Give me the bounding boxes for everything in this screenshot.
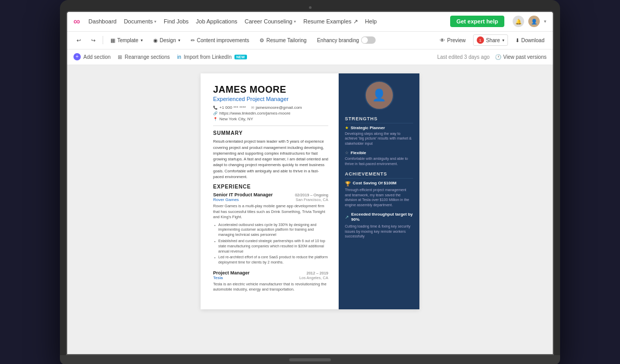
- job-location-1: San Francisco, CA: [295, 197, 328, 202]
- design-icon: ◉: [153, 37, 158, 43]
- preview-button[interactable]: 👁 Preview: [437, 36, 469, 45]
- content-improvements-button[interactable]: ✏ Content improvements: [187, 35, 254, 45]
- template-button[interactable]: ▦ Template ▾: [106, 35, 147, 45]
- job-bullets-1: Accelerated outbound sales cycle by 330%…: [213, 222, 328, 265]
- eye-icon: 👁: [440, 37, 445, 43]
- laptop-frame: ∞ Dashboard Documents ▾ Find Jobs Job Ap…: [60, 0, 560, 364]
- separator: [103, 36, 103, 44]
- strength-name-2: Flexible: [351, 150, 366, 155]
- toggle-knob: [362, 37, 368, 43]
- company-name-2: Tesla: [213, 275, 223, 280]
- share-button[interactable]: 1 Share ▾: [473, 34, 508, 46]
- achievement-name-1: Cost Saving Of $100M: [353, 181, 396, 186]
- bullet-item: Led re-architect effort of a core SaaS p…: [213, 255, 328, 265]
- job-company-line-1: Rover Games San Francisco, CA: [213, 197, 328, 202]
- experience-heading: EXPERIENCE: [213, 184, 328, 190]
- download-button[interactable]: ⬇ Download: [512, 36, 548, 45]
- nav-find-jobs[interactable]: Find Jobs: [164, 18, 189, 24]
- chevron-down-icon: ▾: [154, 19, 156, 24]
- chevron-down-icon: ▾: [178, 38, 180, 43]
- nav-resume-examples[interactable]: Resume Examples ↗: [303, 18, 357, 25]
- resume-right-panel: 👤 STRENGTHS ★ Strategic Planner Developi…: [339, 73, 419, 309]
- resume-tailoring-button[interactable]: ⚙ Resume Tailoring: [255, 35, 311, 45]
- strength-header-2: ☆ Flexible: [345, 150, 413, 155]
- company-name-1: Rover Games: [213, 197, 239, 202]
- redo-icon: ↪: [91, 37, 95, 43]
- enhancy-branding-button[interactable]: Enhancy branding: [313, 34, 380, 46]
- laptop-notch: [289, 358, 331, 361]
- view-past-versions-button[interactable]: 🕐 View past versions: [495, 54, 547, 60]
- achievement-item-1: 🏆 Cost Saving Of $100M Through efficient…: [345, 181, 413, 208]
- location-icon: 📍: [213, 117, 218, 121]
- candidate-title: Experienced Project Manager: [213, 96, 328, 102]
- nav-career-counseling[interactable]: Career Counseling ▾: [245, 18, 296, 24]
- strength-desc-2: Comfortable with ambiguity and able to t…: [345, 156, 413, 167]
- strength-item-1: ★ Strategic Planner Developing steps alo…: [345, 125, 413, 146]
- design-button[interactable]: ◉ Design ▾: [149, 35, 184, 45]
- user-menu-chevron[interactable]: ▾: [544, 19, 547, 24]
- job-item-tesla: Project Manager 2012 – 2019 Tesla Los An…: [213, 270, 328, 293]
- rearrange-sections-button[interactable]: ⊞ Rearrange sections: [118, 54, 170, 60]
- job-title-1: Senior IT Product Manager: [213, 192, 273, 197]
- notification-icon[interactable]: 🔔: [513, 16, 524, 27]
- arrow-icon: ↗: [345, 215, 349, 220]
- branding-toggle[interactable]: [361, 36, 376, 44]
- nav-job-applications[interactable]: Job Applications: [196, 18, 238, 24]
- job-dates-1: 02/2019 – Ongoing: [295, 193, 328, 197]
- download-icon: ⬇: [515, 37, 519, 43]
- email-contact: ✉ jamesmoore@gmail.com: [251, 105, 302, 110]
- achievement-name-2: Exceeded throughput target by 90%: [351, 212, 413, 223]
- nav-help[interactable]: Help: [365, 18, 377, 24]
- avatar-image: 👤: [372, 89, 386, 102]
- add-section-button[interactable]: + Add section: [73, 53, 110, 60]
- achievement-header-1: 🏆 Cost Saving Of $100M: [345, 181, 413, 186]
- avatar[interactable]: 👤: [528, 16, 540, 27]
- toolbar: ↩ ↪ ▦ Template ▾ ◉ Design ▾ ✏ Content im…: [67, 32, 553, 49]
- rearrange-icon: ⊞: [118, 54, 122, 60]
- bullet-item: Accelerated outbound sales cycle by 330%…: [213, 222, 328, 237]
- trophy-icon: 🏆: [345, 181, 351, 186]
- camera: [309, 6, 312, 9]
- avatar-circle: 👤: [365, 81, 394, 110]
- share-badge: 1: [477, 36, 484, 44]
- get-expert-help-button[interactable]: Get expert help: [450, 16, 504, 27]
- strengths-heading: STRENGTHS: [345, 116, 413, 123]
- undo-button[interactable]: ↩: [72, 35, 85, 45]
- last-edited-text: Last edited 3 days ago: [437, 54, 490, 60]
- divider: [213, 125, 328, 126]
- clock-icon: 🕐: [495, 54, 501, 60]
- linkedin-icon: 🔗: [213, 111, 218, 116]
- chevron-down-icon: ▾: [141, 38, 143, 43]
- strength-item-2: ☆ Flexible Comfortable with ambiguity an…: [345, 150, 413, 167]
- job-dates-2: 2012 – 2019: [306, 271, 328, 275]
- resume-page: JAMES MOORE Experienced Project Manager …: [201, 73, 419, 309]
- job-description-2: Tesla is an electric vehicle manufacture…: [213, 282, 328, 293]
- bullet-item: Established and curated strategic partne…: [213, 239, 328, 254]
- nav-items: Dashboard Documents ▾ Find Jobs Job Appl…: [89, 18, 442, 25]
- laptop-base: [60, 355, 560, 365]
- top-nav: ∞ Dashboard Documents ▾ Find Jobs Job Ap…: [67, 12, 553, 32]
- linkedin-icon: in: [177, 54, 181, 60]
- redo-button[interactable]: ↪: [87, 35, 100, 45]
- strength-name-1: Strategic Planner: [351, 125, 385, 130]
- new-badge: NEW: [234, 55, 247, 59]
- nav-documents[interactable]: Documents ▾: [124, 18, 157, 24]
- nav-right: 🔔 👤 ▾: [513, 16, 547, 27]
- summary-heading: SUMMARY: [213, 130, 328, 136]
- import-linkedin-button[interactable]: in Import from LinkedIn NEW: [177, 54, 247, 60]
- nav-dashboard[interactable]: Dashboard: [89, 18, 117, 24]
- candidate-name: JAMES MOORE: [213, 85, 328, 95]
- linkedin-contact: 🔗 https://www.linkedin.com/james-moore: [213, 111, 291, 116]
- resume-container[interactable]: JAMES MOORE Experienced Project Manager …: [67, 65, 553, 354]
- summary-text: Result-orientated project team leader wi…: [213, 139, 328, 180]
- achievement-desc-1: Through efficient project management and…: [345, 187, 413, 208]
- logo[interactable]: ∞: [73, 16, 80, 27]
- job-header-2: Project Manager 2012 – 2019: [213, 270, 328, 275]
- job-company-line-2: Tesla Los Angeles, CA: [213, 275, 328, 280]
- tailoring-icon: ⚙: [259, 37, 264, 43]
- star-outline-icon: ☆: [345, 150, 349, 155]
- achievement-header-2: ↗ Exceeded throughput target by 90%: [345, 212, 413, 223]
- job-header-1: Senior IT Product Manager 02/2019 – Ongo…: [213, 192, 328, 197]
- content-icon: ✏: [191, 37, 195, 43]
- undo-icon: ↩: [77, 37, 81, 43]
